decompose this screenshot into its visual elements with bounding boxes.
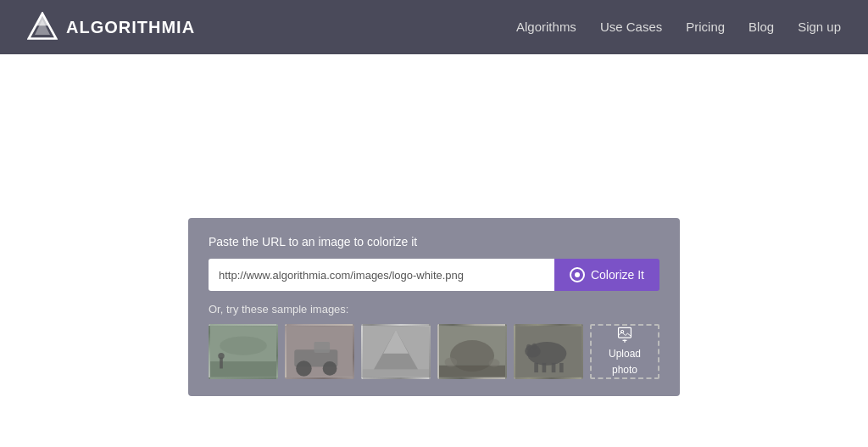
nav-algorithms[interactable]: Algorithms [516, 20, 576, 34]
url-input[interactable] [209, 259, 554, 291]
main-content: Paste the URL to an image to colorize it… [0, 54, 868, 447]
sample-image-4[interactable] [437, 324, 507, 379]
svg-rect-16 [363, 369, 429, 377]
svg-point-20 [445, 357, 458, 366]
navbar: ALGORITHMIA Algorithms Use Cases Pricing… [0, 0, 868, 54]
upload-photo-button[interactable]: Upload photo [590, 324, 659, 379]
nav-blog[interactable]: Blog [748, 20, 774, 34]
sample-label: Or, try these sample images: [209, 303, 659, 316]
svg-rect-25 [542, 363, 547, 372]
sample-image-2[interactable] [285, 324, 354, 379]
colorize-button-label: Colorize It [591, 268, 644, 282]
svg-rect-26 [552, 363, 556, 372]
nav-use-cases[interactable]: Use Cases [600, 20, 662, 34]
sample-image-5[interactable] [514, 324, 583, 379]
svg-point-30 [532, 344, 537, 349]
sample-image-1[interactable] [209, 324, 278, 379]
colorize-panel: Paste the URL to an image to colorize it… [188, 218, 680, 396]
svg-rect-31 [619, 327, 632, 338]
upload-icon [615, 326, 634, 343]
svg-point-21 [489, 359, 500, 366]
svg-point-5 [220, 336, 267, 355]
svg-point-10 [296, 360, 312, 377]
svg-rect-24 [534, 363, 538, 372]
sample-image-3[interactable] [361, 324, 431, 379]
svg-point-29 [526, 344, 531, 350]
svg-point-7 [218, 353, 224, 359]
upload-photo-label-line1: Upload [609, 348, 641, 361]
sample-images: Upload photo [209, 324, 659, 379]
svg-rect-12 [314, 342, 331, 353]
panel-label: Paste the URL to an image to colorize it [209, 235, 659, 249]
svg-point-11 [323, 361, 337, 376]
svg-rect-19 [439, 366, 505, 377]
logo-icon [27, 12, 58, 42]
svg-rect-6 [220, 357, 223, 368]
colorize-button[interactable]: Colorize It [554, 259, 659, 291]
nav-pricing[interactable]: Pricing [686, 20, 725, 34]
upload-photo-label-line2: photo [612, 364, 637, 377]
colorize-icon [570, 267, 585, 282]
nav-links: Algorithms Use Cases Pricing Blog Sign u… [516, 20, 841, 35]
logo[interactable]: ALGORITHMIA [27, 12, 195, 42]
nav-signup[interactable]: Sign up [798, 20, 841, 34]
input-row: Colorize It [209, 259, 659, 291]
svg-rect-27 [559, 363, 564, 372]
logo-text: ALGORITHMIA [66, 18, 195, 37]
